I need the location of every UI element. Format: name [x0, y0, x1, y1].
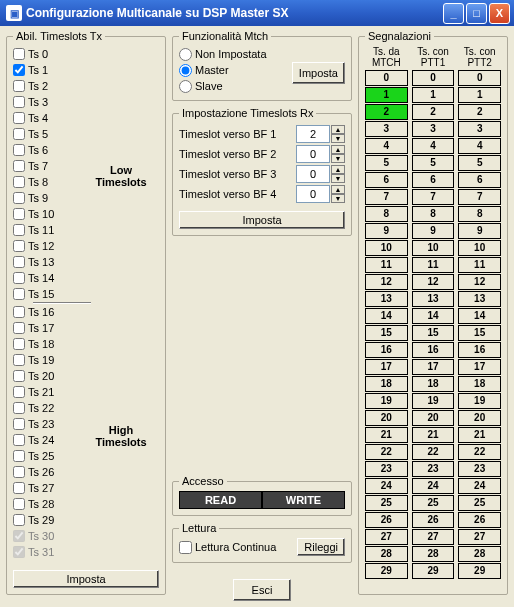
sig-cell-ptt2-22: 22: [458, 444, 501, 460]
mtch-imposta-button[interactable]: Imposta: [292, 62, 345, 84]
timeslot-checkbox-8[interactable]: Ts 8: [13, 174, 83, 190]
mtch-radio-none[interactable]: Non Impostata: [179, 46, 345, 62]
sig-cell-ptt2-21: 21: [458, 427, 501, 443]
mtch-radio-slave-label: Slave: [195, 80, 223, 92]
sig-cell-ptt1-15: 15: [412, 325, 455, 341]
timeslots-imposta-button[interactable]: Imposta: [13, 570, 159, 588]
esci-button[interactable]: Esci: [233, 579, 292, 601]
sig-cell-ptt1-5: 5: [412, 155, 455, 171]
timeslot-checkbox-26[interactable]: Ts 26: [13, 464, 83, 480]
lettura-legend: Lettura: [179, 522, 219, 534]
timeslot-label: Ts 10: [28, 208, 54, 220]
rx-imposta-button[interactable]: Imposta: [179, 211, 345, 229]
timeslot-checkbox-11[interactable]: Ts 11: [13, 222, 83, 238]
timeslot-checkbox-6[interactable]: Ts 6: [13, 142, 83, 158]
timeslot-checkbox-29[interactable]: Ts 29: [13, 512, 83, 528]
write-button[interactable]: WRITE: [262, 491, 345, 509]
timeslot-checkbox-17[interactable]: Ts 17: [13, 320, 83, 336]
spin-down-icon[interactable]: ▼: [331, 194, 345, 203]
sig-cell-ptt1-25: 25: [412, 495, 455, 511]
timeslot-label: Ts 21: [28, 386, 54, 398]
timeslot-checkbox-0[interactable]: Ts 0: [13, 46, 83, 62]
sig-cell-mtch-13: 13: [365, 291, 408, 307]
sig-cell-ptt1-16: 16: [412, 342, 455, 358]
timeslot-label: Ts 31: [28, 546, 54, 558]
sig-cell-ptt1-13: 13: [412, 291, 455, 307]
sig-cell-ptt2-15: 15: [458, 325, 501, 341]
timeslot-checkbox-10[interactable]: Ts 10: [13, 206, 83, 222]
sig-cell-ptt1-9: 9: [412, 223, 455, 239]
timeslot-checkbox-5[interactable]: Ts 5: [13, 126, 83, 142]
sig-cell-ptt1-1: 1: [412, 87, 455, 103]
timeslot-checkbox-4[interactable]: Ts 4: [13, 110, 83, 126]
sig-cell-ptt2-26: 26: [458, 512, 501, 528]
timeslot-label: Ts 27: [28, 482, 54, 494]
timeslot-checkbox-7[interactable]: Ts 7: [13, 158, 83, 174]
minimize-button[interactable]: _: [443, 3, 464, 24]
timeslot-label: Ts 25: [28, 450, 54, 462]
mtch-legend: Funzionalità Mtch: [179, 30, 271, 42]
timeslot-checkbox-25[interactable]: Ts 25: [13, 448, 83, 464]
sig-cell-ptt1-20: 20: [412, 410, 455, 426]
spin-down-icon[interactable]: ▼: [331, 154, 345, 163]
rx-row-2: Timeslot verso BF 2▲▼: [179, 145, 345, 163]
timeslot-checkbox-20[interactable]: Ts 20: [13, 368, 83, 384]
rileggi-button[interactable]: Rileggi: [297, 538, 345, 556]
sig-cell-mtch-5: 5: [365, 155, 408, 171]
close-button[interactable]: X: [489, 3, 510, 24]
spin-up-icon[interactable]: ▲: [331, 145, 345, 154]
sig-cell-ptt2-23: 23: [458, 461, 501, 477]
sig-cell-mtch-21: 21: [365, 427, 408, 443]
sig-cell-mtch-25: 25: [365, 495, 408, 511]
sig-cell-mtch-3: 3: [365, 121, 408, 137]
sig-cell-ptt2-5: 5: [458, 155, 501, 171]
timeslot-label: Ts 0: [28, 48, 48, 60]
timeslot-checkbox-28[interactable]: Ts 28: [13, 496, 83, 512]
timeslot-checkbox-13[interactable]: Ts 13: [13, 254, 83, 270]
sig-cell-ptt2-28: 28: [458, 546, 501, 562]
spin-up-icon[interactable]: ▲: [331, 125, 345, 134]
timeslot-checkbox-1[interactable]: Ts 1: [13, 62, 83, 78]
timeslot-label: Ts 23: [28, 418, 54, 430]
rx-input-3[interactable]: [296, 165, 330, 183]
sig-cell-ptt1-23: 23: [412, 461, 455, 477]
rx-input-1[interactable]: [296, 125, 330, 143]
timeslot-label: Ts 29: [28, 514, 54, 526]
sig-cell-ptt2-10: 10: [458, 240, 501, 256]
sig-cell-ptt1-22: 22: [412, 444, 455, 460]
maximize-button[interactable]: □: [466, 3, 487, 24]
timeslot-checkbox-15[interactable]: Ts 15: [13, 286, 83, 302]
timeslot-checkbox-18[interactable]: Ts 18: [13, 336, 83, 352]
timeslot-label: Ts 6: [28, 144, 48, 156]
timeslot-label: Ts 5: [28, 128, 48, 140]
spin-down-icon[interactable]: ▼: [331, 134, 345, 143]
timeslot-checkbox-24[interactable]: Ts 24: [13, 432, 83, 448]
timeslot-checkbox-21[interactable]: Ts 21: [13, 384, 83, 400]
sig-cell-ptt2-1: 1: [458, 87, 501, 103]
timeslot-checkbox-12[interactable]: Ts 12: [13, 238, 83, 254]
sig-cell-mtch-26: 26: [365, 512, 408, 528]
timeslot-checkbox-3[interactable]: Ts 3: [13, 94, 83, 110]
sig-cell-mtch-14: 14: [365, 308, 408, 324]
lettura-continua-checkbox[interactable]: Lettura Continua: [179, 541, 291, 554]
sig-head-ptt1: Ts. con PTT1: [412, 46, 455, 68]
timeslot-checkbox-2[interactable]: Ts 2: [13, 78, 83, 94]
rx-input-2[interactable]: [296, 145, 330, 163]
timeslot-checkbox-9[interactable]: Ts 9: [13, 190, 83, 206]
timeslot-checkbox-23[interactable]: Ts 23: [13, 416, 83, 432]
sig-cell-ptt1-18: 18: [412, 376, 455, 392]
rx-input-4[interactable]: [296, 185, 330, 203]
timeslot-checkbox-16[interactable]: Ts 16: [13, 304, 83, 320]
timeslot-checkbox-27[interactable]: Ts 27: [13, 480, 83, 496]
read-button[interactable]: READ: [179, 491, 262, 509]
timeslot-checkbox-19[interactable]: Ts 19: [13, 352, 83, 368]
timeslot-checkbox-22[interactable]: Ts 22: [13, 400, 83, 416]
timeslot-checkbox-31: Ts 31: [13, 544, 83, 560]
sig-cell-ptt1-24: 24: [412, 478, 455, 494]
timeslot-label: Ts 22: [28, 402, 54, 414]
timeslot-checkbox-14[interactable]: Ts 14: [13, 270, 83, 286]
sig-cell-ptt2-11: 11: [458, 257, 501, 273]
spin-up-icon[interactable]: ▲: [331, 185, 345, 194]
spin-down-icon[interactable]: ▼: [331, 174, 345, 183]
spin-up-icon[interactable]: ▲: [331, 165, 345, 174]
